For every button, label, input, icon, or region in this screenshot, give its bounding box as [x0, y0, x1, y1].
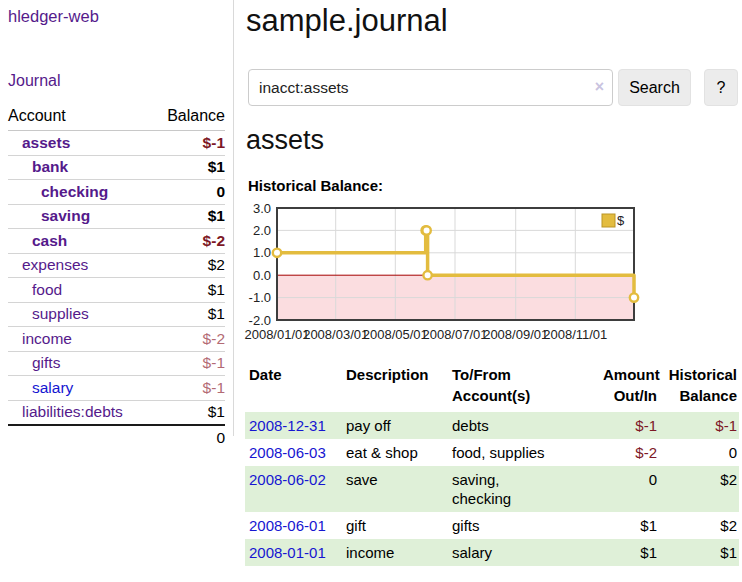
transaction-amount: $1 — [599, 539, 659, 566]
sidebar: hledger-web Journal Account Balance asse… — [0, 0, 234, 436]
transaction-amount: 0 — [599, 466, 659, 512]
svg-text:-1.0: -1.0 — [249, 290, 271, 305]
search-input[interactable] — [248, 69, 613, 106]
account-link[interactable]: assets — [22, 134, 70, 151]
register-row: 2008-06-03eat & shopfood, supplies$-20 — [245, 439, 739, 466]
register-row: 2008-06-02savesaving, checking0$2 — [245, 466, 739, 512]
account-balance: $-1 — [152, 351, 225, 376]
clear-search-icon[interactable]: × — [595, 78, 604, 96]
search-box: × — [248, 69, 613, 106]
account-row-bank: bank$1 — [8, 155, 225, 180]
svg-text:-2.0: -2.0 — [249, 313, 271, 328]
register-row: 2008-12-31pay offdebts$-1$-1 — [245, 412, 739, 439]
account-balance: $1 — [152, 278, 225, 303]
account-row-expenses: expenses$2 — [8, 253, 225, 278]
account-link[interactable]: checking — [41, 183, 108, 200]
accounts-table: Account Balance assets$-1bank$1checking0… — [8, 107, 225, 450]
account-row-salary: salary$-1 — [8, 376, 225, 401]
transaction-description: eat & shop — [342, 439, 448, 466]
search-form: × Search ? — [248, 69, 738, 106]
accounts-total-row: 0 — [8, 425, 225, 450]
account-balance: $-2 — [152, 327, 225, 352]
account-balance: $-1 — [152, 376, 225, 401]
transaction-balance: $1 — [659, 539, 739, 566]
account-row-saving: saving$1 — [8, 204, 225, 229]
transaction-accounts: gifts — [448, 512, 599, 539]
transaction-accounts: saving, checking — [448, 466, 599, 512]
account-balance: $1 — [152, 302, 225, 327]
account-link[interactable]: gifts — [32, 354, 60, 371]
account-balance: $1 — [152, 155, 225, 180]
accounts-total-value: 0 — [152, 425, 225, 450]
account-balance: $-1 — [152, 131, 225, 156]
account-link[interactable]: income — [22, 330, 72, 347]
transaction-accounts: salary — [448, 539, 599, 566]
register-row: 2008-01-01incomesalary$1$1 — [245, 539, 739, 566]
historical-balance-chart[interactable]: 3.02.01.00.0-1.0-2.02008/01/012008/03/01… — [243, 202, 653, 352]
transaction-description: pay off — [342, 412, 448, 439]
transaction-date-link[interactable]: 2008-12-31 — [249, 417, 326, 434]
transaction-accounts: food, supplies — [448, 439, 599, 466]
account-row-assets: assets$-1 — [8, 131, 225, 156]
transaction-date-link[interactable]: 2008-01-01 — [249, 544, 326, 561]
transaction-date-link[interactable]: 2008-06-02 — [249, 471, 326, 488]
account-link[interactable]: supplies — [32, 305, 89, 322]
account-link[interactable]: cash — [32, 232, 67, 249]
transaction-amount: $-1 — [599, 412, 659, 439]
account-balance: $-2 — [152, 229, 225, 254]
transaction-balance: 0 — [659, 439, 739, 466]
svg-text:2008/09/01: 2008/09/01 — [483, 327, 548, 342]
transaction-balance: $2 — [659, 466, 739, 512]
transaction-description: save — [342, 466, 448, 512]
accounts-header-balance: Balance — [152, 107, 225, 131]
svg-text:2.0: 2.0 — [253, 223, 271, 238]
register-header-date[interactable]: Date — [245, 363, 342, 412]
page-title: sample.journal — [246, 0, 448, 42]
svg-text:2008/03/01: 2008/03/01 — [303, 327, 368, 342]
register-header-accounts: To/From Account(s) — [448, 363, 599, 412]
account-link[interactable]: bank — [32, 158, 68, 175]
register-header-balance: Historical Balance — [659, 363, 739, 412]
account-row-food: food$1 — [8, 278, 225, 303]
svg-text:2008/01/01: 2008/01/01 — [244, 327, 309, 342]
transaction-accounts: debts — [448, 412, 599, 439]
transaction-amount: $1 — [599, 512, 659, 539]
account-row-supplies: supplies$1 — [8, 302, 225, 327]
svg-text:1.0: 1.0 — [253, 245, 271, 260]
transaction-balance: $2 — [659, 512, 739, 539]
account-link[interactable]: saving — [41, 207, 90, 224]
account-link[interactable]: expenses — [22, 256, 88, 273]
help-button[interactable]: ? — [704, 69, 738, 106]
account-row-gifts: gifts$-1 — [8, 351, 225, 376]
search-button[interactable]: Search — [618, 69, 691, 106]
svg-text:0.0: 0.0 — [253, 268, 271, 283]
account-row-checking: checking0 — [8, 180, 225, 205]
svg-text:3.0: 3.0 — [253, 201, 271, 216]
register-header-amount: Amount Out/In — [599, 363, 659, 412]
account-row-liabilities-debts: liabilities:debts$1 — [8, 400, 225, 425]
accounts-header-account: Account — [8, 107, 152, 131]
account-row-cash: cash$-2 — [8, 229, 225, 254]
svg-text:2008/05/01: 2008/05/01 — [363, 327, 428, 342]
account-balance: $2 — [152, 253, 225, 278]
account-row-income: income$-2 — [8, 327, 225, 352]
account-balance: $1 — [152, 204, 225, 229]
account-heading: assets — [246, 121, 324, 159]
register-row: 2008-06-01giftgifts$1$2 — [245, 512, 739, 539]
nav-journal-link[interactable]: Journal — [8, 72, 233, 90]
chart-label: Historical Balance: — [248, 177, 383, 194]
app-title-link[interactable]: hledger-web — [8, 7, 233, 26]
transaction-amount: $-2 — [599, 439, 659, 466]
svg-text:2008/11/01: 2008/11/01 — [543, 327, 607, 342]
svg-text:2008/07/01: 2008/07/01 — [422, 327, 487, 342]
transaction-date-link[interactable]: 2008-06-03 — [249, 444, 326, 461]
transaction-balance: $-1 — [659, 412, 739, 439]
account-link[interactable]: salary — [32, 379, 73, 396]
transaction-date-link[interactable]: 2008-06-01 — [249, 517, 326, 534]
account-link[interactable]: liabilities:debts — [22, 403, 123, 420]
register-table: Date Description To/From Account(s) Amou… — [245, 363, 739, 566]
account-balance: 0 — [152, 180, 225, 205]
account-link[interactable]: food — [32, 281, 62, 298]
transaction-description: income — [342, 539, 448, 566]
svg-text:$: $ — [617, 213, 625, 228]
